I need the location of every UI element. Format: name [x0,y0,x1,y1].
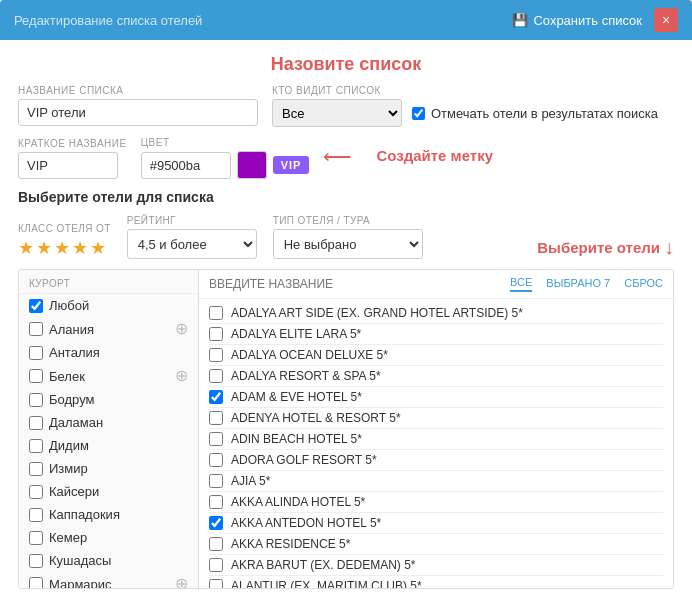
mark-checkbox[interactable] [412,107,425,120]
hotel-checkbox[interactable] [209,390,223,404]
hotel-item[interactable]: ADALYA OCEAN DELUXE 5* [199,345,673,365]
hotel-checkbox[interactable] [209,579,223,588]
hotel-name: ADALYA ART SIDE (EX. GRAND HOTEL ARTSIDE… [231,306,523,320]
hotel-item[interactable]: ADAM & EVE HOTEL 5* [199,387,673,407]
resort-name: Алания [49,322,94,337]
name-input[interactable] [18,99,258,126]
close-button[interactable]: × [654,8,678,32]
resort-item[interactable]: Кайсери [19,480,198,503]
resort-name: Белек [49,369,85,384]
class-filter-group: КЛАСС ОТЕЛЯ ОТ ★ ★ ★ ★ ★ [18,223,111,259]
resort-item[interactable]: Кемер [19,526,198,549]
resort-checkbox[interactable] [29,577,43,588]
hotel-checkbox[interactable] [209,558,223,572]
resort-name: Анталия [49,345,100,360]
hotel-checkbox[interactable] [209,348,223,362]
form-row-1: НАЗВАНИЕ СПИСКА КТО ВИДИТ СПИСОК Все Тол… [18,85,674,127]
resort-checkbox[interactable] [29,462,43,476]
resort-name: Кушадасы [49,553,111,568]
hotel-checkbox[interactable] [209,306,223,320]
hotel-panel: ВСЕ ВЫБРАНО 7 СБРОС ADALYA ART SIDE (EX.… [199,270,673,588]
hotel-item[interactable]: ADALYA ART SIDE (EX. GRAND HOTEL ARTSIDE… [199,303,673,323]
hotel-name: ADALYA ELITE LARA 5* [231,327,361,341]
hotel-name: AKRA BARUT (EX. DEDEMAN) 5* [231,558,416,572]
resort-item[interactable]: Каппадокия [19,503,198,526]
type-filter-label: ТИП ОТЕЛЯ / ТУРА [273,215,423,226]
mark-checkbox-label[interactable]: Отмечать отели в результатах поиска [412,106,658,121]
add-resort-icon[interactable]: ⊕ [175,576,188,588]
who-select[interactable]: Все Только я Команда [272,99,402,127]
resort-item[interactable]: Алания ⊕ [19,317,198,341]
hotel-item[interactable]: ADENYA HOTEL & RESORT 5* [199,408,673,428]
resort-name: Даламан [49,415,103,430]
resort-checkbox[interactable] [29,346,43,360]
save-icon: 💾 [512,13,528,28]
resort-checkbox[interactable] [29,485,43,499]
hotel-item[interactable]: ADALYA ELITE LARA 5* [199,324,673,344]
resort-name: Дидим [49,438,89,453]
tab-reset[interactable]: СБРОС [624,277,663,291]
resort-checkbox[interactable] [29,299,43,313]
rating-select[interactable]: 4,5 и более 4,0 и более 3,5 и более [127,229,257,259]
add-resort-icon[interactable]: ⊕ [175,321,188,337]
resort-checkbox[interactable] [29,369,43,383]
hotel-checkbox[interactable] [209,327,223,341]
color-input[interactable] [141,152,231,179]
hotel-item[interactable]: AJIA 5* [199,471,673,491]
short-group: КРАТКОЕ НАЗВАНИЕ [18,138,127,179]
resort-item[interactable]: Измир [19,457,198,480]
hotel-name: ADALYA RESORT & SPA 5* [231,369,381,383]
modal-header: Редактирование списка отелей 💾 Сохранить… [0,0,692,40]
hotel-checkbox[interactable] [209,432,223,446]
resort-item[interactable]: Анталия [19,341,198,364]
short-input[interactable] [18,152,118,179]
save-button[interactable]: 💾 Сохранить список [512,13,642,28]
resort-checkbox[interactable] [29,531,43,545]
resort-item[interactable]: Любой [19,294,198,317]
hotel-item[interactable]: AKKA ANTEDON HOTEL 5* [199,513,673,533]
star-1: ★ [18,237,34,259]
hotel-name: ADAM & EVE HOTEL 5* [231,390,362,404]
type-filter-group: ТИП ОТЕЛЯ / ТУРА Не выбрано Отель Тур [273,215,423,259]
resort-checkbox[interactable] [29,393,43,407]
header-right: 💾 Сохранить список × [512,8,678,32]
hotel-item[interactable]: ADORA GOLF RESORT 5* [199,450,673,470]
hotel-checkbox[interactable] [209,537,223,551]
tab-selected[interactable]: ВЫБРАНО 7 [546,277,610,291]
star-5: ★ [90,237,106,259]
resort-checkbox[interactable] [29,439,43,453]
resort-checkbox[interactable] [29,554,43,568]
resort-item[interactable]: Мармарис ⊕ [19,572,198,588]
hotel-item[interactable]: ADALYA RESORT & SPA 5* [199,366,673,386]
type-select[interactable]: Не выбрано Отель Тур [273,229,423,259]
hotel-name: ADORA GOLF RESORT 5* [231,453,377,467]
tab-all[interactable]: ВСЕ [510,276,532,292]
hotel-checkbox[interactable] [209,453,223,467]
hotel-checkbox[interactable] [209,516,223,530]
hotel-item[interactable]: ADIN BEACH HOTEL 5* [199,429,673,449]
add-resort-icon[interactable]: ⊕ [175,368,188,384]
hotel-checkbox[interactable] [209,495,223,509]
resort-item[interactable]: Даламан [19,411,198,434]
resort-checkbox[interactable] [29,416,43,430]
resort-item[interactable]: Дидим [19,434,198,457]
resort-item[interactable]: Кушадасы [19,549,198,572]
close-icon: × [662,12,670,28]
resort-checkbox[interactable] [29,322,43,336]
hotel-checkbox[interactable] [209,411,223,425]
hotel-checkbox[interactable] [209,474,223,488]
resort-checkbox[interactable] [29,508,43,522]
resort-name: Любой [49,298,89,313]
resort-item[interactable]: Бодрум [19,388,198,411]
hotel-list: ADALYA ART SIDE (EX. GRAND HOTEL ARTSIDE… [199,299,673,588]
hotel-search-input[interactable] [209,277,500,291]
hotel-item[interactable]: AKRA BARUT (EX. DEDEMAN) 5* [199,555,673,575]
hotel-item[interactable]: AKKA RESIDENCE 5* [199,534,673,554]
resort-item[interactable]: Белек ⊕ [19,364,198,388]
resort-name: Бодрум [49,392,94,407]
hotel-item[interactable]: AKKA ALINDA HOTEL 5* [199,492,673,512]
hotel-checkbox[interactable] [209,369,223,383]
hotel-item[interactable]: ALANTUR (EX. MARITIM CLUB) 5* [199,576,673,588]
arrow-down-icon: ↓ [664,236,674,259]
color-swatch[interactable] [237,151,267,179]
